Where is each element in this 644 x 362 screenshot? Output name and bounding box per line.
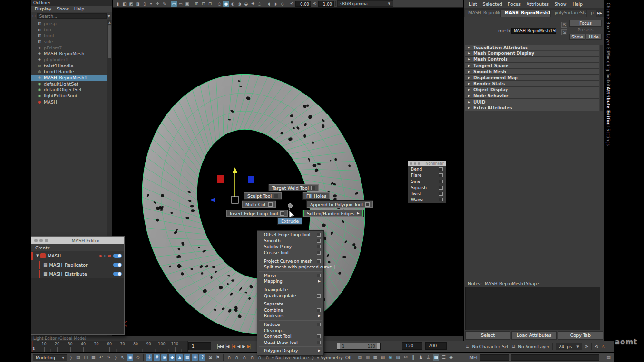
camera-attributes-icon[interactable]: ◨ <box>135 1 141 7</box>
make-live-icon[interactable]: ∩ <box>264 354 270 361</box>
visibility-toggle[interactable] <box>113 272 122 276</box>
field-chart-icon[interactable]: ⊞ <box>194 1 200 7</box>
render-settings-icon[interactable]: ◉ <box>387 354 393 361</box>
nonlinear-item-bend[interactable]: Bend <box>408 166 446 172</box>
character-controls-icon[interactable]: ♟ <box>418 354 424 361</box>
option-box-icon[interactable] <box>317 245 321 248</box>
option-box-icon[interactable] <box>439 173 443 177</box>
outliner-menu-display[interactable]: Display <box>35 6 51 11</box>
ae-menu-selected[interactable]: Selected <box>483 1 502 7</box>
section-tangent-space[interactable]: ▶Tangent Space <box>465 63 599 68</box>
marking-menu-extrude[interactable]: Extrude <box>278 218 302 224</box>
outliner-item-pCylinder1[interactable]: ◈pCylinder1 <box>31 57 107 63</box>
mask-rendering-icon[interactable]: ✚ <box>192 354 198 361</box>
grease-pencil-icon[interactable]: ✎ <box>161 1 167 7</box>
tab-MASH_ReproMesh1[interactable]: MASH_ReproMesh1 <box>465 10 500 17</box>
mel-command-input[interactable] <box>480 354 509 361</box>
animation-end-field[interactable]: 200 <box>425 342 447 350</box>
snap-to-curve-icon[interactable]: ∩ <box>234 354 240 361</box>
marking-menu-insert-edge-loop-tool[interactable]: Insert Edge Loop Tool <box>226 210 288 217</box>
select-button[interactable]: Select <box>465 331 510 340</box>
menu-item-split-mesh-with-projected-curve[interactable]: Split mesh with projected curve <box>257 264 323 270</box>
section-uuid[interactable]: ▶UUID <box>465 99 599 105</box>
option-box-icon[interactable] <box>317 308 321 312</box>
focus-button[interactable]: Focus <box>569 20 602 27</box>
section-mesh-component-display[interactable]: ▶Mesh Component Display <box>465 51 599 57</box>
copy-tab-button[interactable]: Copy Tab <box>558 331 603 340</box>
playback-end-field[interactable]: 120 <box>402 342 422 350</box>
gate-mask-icon[interactable]: ▣ <box>184 1 190 7</box>
tab-scroll-right-icon[interactable]: ▶▶ <box>597 11 603 17</box>
outliner-item-MASH[interactable]: ●MASH <box>31 99 107 105</box>
option-box-icon[interactable] <box>439 186 443 190</box>
step-forward-key-button[interactable]: ▶| <box>247 344 251 349</box>
notes-textarea[interactable] <box>465 287 600 330</box>
menu-item-connect-tool[interactable]: Connect Tool <box>257 333 323 340</box>
mask-deformations-icon[interactable]: ▲ <box>176 354 183 361</box>
input-connection-icon[interactable]: ⇱ <box>561 22 567 28</box>
mask-curves-icon[interactable]: ◉ <box>161 354 167 361</box>
scroll-up-icon[interactable]: ▲ <box>107 20 112 24</box>
nonlinear-item-wave[interactable]: Wave <box>408 197 446 203</box>
marking-menu-soften-harden-edges[interactable]: Soften/Harden Edges▶ <box>303 210 363 217</box>
menu-item-separate[interactable]: Separate <box>257 301 323 307</box>
fps-dropdown[interactable]: 24 fps▼ <box>556 343 582 350</box>
safe-action-icon[interactable]: ⊡ <box>200 1 206 7</box>
marking-menu-target-weld-tool[interactable]: Target Weld Tool <box>269 184 319 191</box>
section-displacement-map[interactable]: ▶Displacement Map <box>465 75 599 81</box>
menu-item-quadrangulate[interactable]: Quadrangulate <box>257 293 323 299</box>
attribute-scrollbar[interactable] <box>600 45 603 111</box>
section-node-behavior[interactable]: ▶Node Behavior <box>465 93 599 99</box>
window-minimize-icon[interactable] <box>414 162 416 165</box>
option-box-icon[interactable] <box>317 259 321 263</box>
smooth-shade-all-icon[interactable]: ● <box>223 1 229 7</box>
new-scene-icon[interactable]: ▤ <box>75 354 81 361</box>
script-output-field[interactable] <box>511 354 599 361</box>
option-box-icon[interactable] <box>439 180 443 183</box>
undo-icon[interactable]: ↶ <box>98 354 104 361</box>
window-close-icon[interactable] <box>410 162 412 165</box>
script-editor-icon[interactable]: ▤ <box>605 354 612 361</box>
hide-button[interactable]: Hide <box>586 34 602 40</box>
menu-item-mapping[interactable]: Mapping▶ <box>257 278 323 285</box>
outliner-menu-help[interactable]: Help <box>74 6 85 11</box>
mash-node-mash[interactable]: ▼MASH◉▯⇄ <box>31 251 124 260</box>
resolution-gate-icon[interactable]: ▭ <box>177 1 184 7</box>
option-box-icon[interactable] <box>317 274 321 277</box>
tab-p[interactable]: p <box>587 10 596 17</box>
uv-editor-icon[interactable]: ✄ <box>402 354 409 361</box>
shadows-icon[interactable]: ◒ <box>243 1 249 7</box>
auto-keyframe-icon[interactable]: ⟲ <box>595 344 598 349</box>
character-set-menu-icon[interactable]: ⇊ <box>466 344 469 349</box>
nonlinear-titlebar[interactable]: Nonlinear <box>408 161 446 166</box>
save-scene-icon[interactable]: ▦ <box>90 354 97 361</box>
menu-item-polygon-display[interactable]: Polygon Display▶ <box>257 348 323 354</box>
outliner-item-pPrism7[interactable]: ◈pPrism7 <box>31 45 107 51</box>
chevron-down-icon[interactable]: ▼ <box>317 356 319 359</box>
visibility-toggle[interactable] <box>113 263 122 267</box>
outliner-item-lightEditorRoot[interactable]: ◉lightEditorRoot <box>31 93 107 99</box>
nonlinear-item-squash[interactable]: Squash <box>408 184 446 191</box>
menu-item-quad-draw-tool[interactable]: Quad Draw Tool <box>257 340 323 346</box>
option-box-icon[interactable] <box>439 167 443 171</box>
menu-item-booleans[interactable]: Booleans▶ <box>257 313 323 319</box>
select-camera-icon[interactable]: ◧ <box>121 1 127 7</box>
view-transform-dropdown[interactable]: sRGB gamma ▼ <box>337 0 393 7</box>
outliner-item-MASH_ReproMesh1[interactable]: ◈MASH_ReproMesh1 <box>31 75 107 81</box>
outliner-item-defaultLightSet[interactable]: ◉defaultLightSet <box>31 81 107 87</box>
option-box-icon[interactable] <box>317 341 321 344</box>
outliner-item-bend1Handle[interactable]: ◎bend1Handle <box>31 69 107 75</box>
range-end-handle[interactable] <box>377 343 380 349</box>
exposure-field[interactable]: 0.00 <box>295 1 311 7</box>
ae-menu-focus[interactable]: Focus <box>508 1 521 7</box>
outliner-item-twist1Handle[interactable]: ◎twist1Handle <box>31 63 107 69</box>
playback-loop-icon[interactable]: ⟳ <box>585 344 589 349</box>
pose-editor-icon[interactable]: ♙ <box>425 354 431 361</box>
show-button[interactable]: Show <box>569 34 585 40</box>
section-render-stats[interactable]: ▶Render Stats <box>465 81 599 87</box>
scrollbar-thumb[interactable] <box>108 25 111 58</box>
mash-editor-titlebar[interactable]: MASH Editor <box>31 237 124 244</box>
side-tab-tool-settings[interactable]: Tool Settings <box>606 119 610 146</box>
wireframe-icon[interactable]: ○ <box>216 1 223 7</box>
option-box-icon[interactable] <box>317 239 321 243</box>
